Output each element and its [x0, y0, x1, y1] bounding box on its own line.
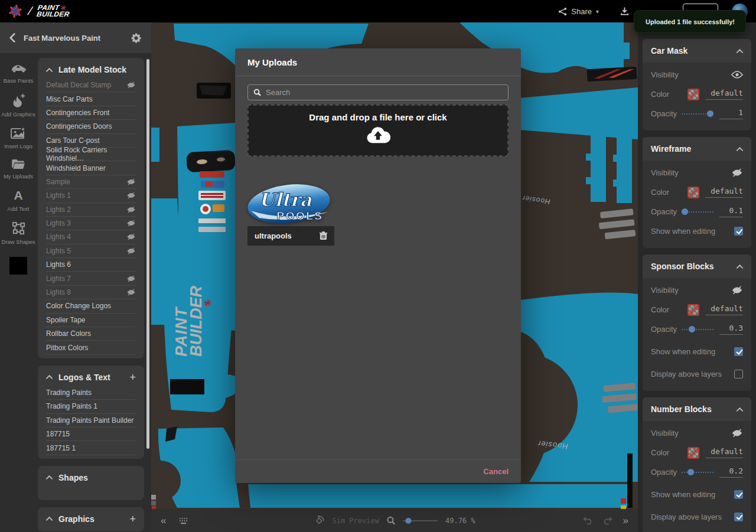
- keyboard-icon[interactable]: [179, 517, 189, 524]
- undo-icon[interactable]: [583, 516, 592, 525]
- delete-upload-button[interactable]: [320, 231, 327, 240]
- graphics-header[interactable]: Graphics +: [46, 514, 136, 528]
- layer-row[interactable]: Trading Paints Paint Builder: [46, 414, 136, 427]
- layer-row[interactable]: Solid Rock Carriers Windshiel…: [46, 148, 136, 161]
- opacity-slider-knob[interactable]: [707, 110, 713, 117]
- number-blocks-header[interactable]: Number Blocks: [643, 397, 751, 421]
- tool-my-uploads[interactable]: My Uploads: [4, 159, 33, 179]
- color-swatch[interactable]: [687, 304, 699, 316]
- opacity-slider[interactable]: [682, 326, 713, 332]
- wireframe-header[interactable]: Wireframe: [643, 137, 751, 161]
- color-value[interactable]: default: [705, 304, 743, 315]
- layer-row[interactable]: 187715: [46, 427, 136, 441]
- cancel-button[interactable]: Cancel: [483, 467, 509, 476]
- layer-row[interactable]: Contingencies Doors: [46, 120, 136, 133]
- logos-text-header[interactable]: Logos & Text +: [46, 373, 136, 386]
- tool-add-graphics[interactable]: Add Graphics: [1, 93, 35, 118]
- visibility-off-icon[interactable]: [126, 81, 136, 89]
- chevron-up-icon[interactable]: [46, 68, 53, 72]
- panel-scrollbar[interactable]: [146, 59, 149, 449]
- visibility-toggle[interactable]: [731, 286, 743, 295]
- chevron-up-icon[interactable]: [737, 147, 743, 151]
- visibility-off-icon[interactable]: [126, 247, 136, 254]
- chevron-up-icon[interactable]: [737, 265, 743, 269]
- visibility-toggle[interactable]: [731, 168, 743, 177]
- layer-row[interactable]: Color Change Logos: [46, 299, 136, 313]
- show-when-editing-checkbox[interactable]: [734, 490, 743, 499]
- opacity-slider[interactable]: [682, 110, 713, 117]
- color-value[interactable]: default: [705, 89, 743, 100]
- back-button[interactable]: [9, 33, 15, 43]
- trading-paints-burst-icon[interactable]: [8, 4, 22, 18]
- layer-row[interactable]: Default Decal Stamp: [46, 79, 136, 92]
- opacity-value[interactable]: 0.2: [719, 466, 743, 478]
- layer-row[interactable]: Rollbar Colors: [46, 327, 136, 341]
- layer-row[interactable]: Lights 5: [46, 244, 136, 258]
- layer-row[interactable]: Lights 6: [46, 258, 136, 272]
- show-when-editing-checkbox[interactable]: [734, 227, 743, 236]
- opacity-value[interactable]: 0.1: [719, 206, 743, 217]
- visibility-off-icon[interactable]: [126, 220, 136, 227]
- tool-base-paints[interactable]: Base Paints: [4, 63, 34, 84]
- layer-row[interactable]: Trading Paints: [46, 386, 136, 400]
- visibility-off-icon[interactable]: [126, 192, 136, 199]
- shapes-header[interactable]: Shapes: [46, 473, 136, 487]
- color-value[interactable]: default: [705, 187, 743, 198]
- zoom-slider-knob[interactable]: [406, 518, 412, 524]
- redo-icon[interactable]: [603, 516, 612, 525]
- file-dropzone[interactable]: Drag and drop a file here or click: [247, 105, 509, 156]
- visibility-off-icon[interactable]: [126, 289, 136, 296]
- visibility-off-icon[interactable]: [126, 206, 136, 213]
- visibility-toggle[interactable]: [731, 429, 743, 438]
- layer-row[interactable]: Windshield Banner: [46, 161, 136, 175]
- chevron-down-icon[interactable]: ▾: [596, 8, 599, 15]
- layer-row[interactable]: 187715 1: [46, 441, 136, 455]
- rotate-view-button[interactable]: [314, 515, 324, 526]
- display-above-layers-checkbox[interactable]: [734, 513, 743, 521]
- layer-row[interactable]: Pitbox Colors: [46, 341, 136, 354]
- canvas-scrollbar[interactable]: [627, 453, 633, 508]
- add-graphic-button[interactable]: +: [129, 515, 136, 523]
- settings-button[interactable]: [131, 32, 142, 44]
- current-color-swatch[interactable]: [9, 257, 27, 275]
- search-input[interactable]: [266, 88, 503, 97]
- color-value[interactable]: default: [705, 447, 743, 458]
- car-mask-header[interactable]: Car Mask: [643, 39, 751, 63]
- opacity-slider[interactable]: [682, 469, 713, 475]
- visibility-off-icon[interactable]: [126, 233, 136, 240]
- search-box[interactable]: [247, 84, 509, 100]
- share-button[interactable]: Share ▾: [558, 7, 599, 16]
- layer-row[interactable]: Trading Paints 1: [46, 400, 136, 413]
- tool-insert-logo[interactable]: Insert Logo: [4, 127, 32, 149]
- sponsor-blocks-header[interactable]: Sponsor Blocks: [643, 254, 751, 278]
- visibility-off-icon[interactable]: [126, 275, 136, 282]
- show-when-editing-checkbox[interactable]: [734, 347, 743, 356]
- opacity-value[interactable]: 0.3: [719, 324, 743, 335]
- chevron-up-icon[interactable]: [737, 49, 743, 53]
- layer-row[interactable]: Sample: [46, 175, 136, 189]
- opacity-slider-knob[interactable]: [689, 326, 695, 332]
- opacity-slider-knob[interactable]: [687, 469, 694, 475]
- layer-row[interactable]: Lights 1: [46, 189, 136, 203]
- visibility-toggle[interactable]: [731, 71, 743, 79]
- collapse-right-panel-button[interactable]: »: [623, 516, 628, 526]
- uploaded-file-thumbnail[interactable]: Ultra POOLS: [247, 182, 334, 226]
- layer-row[interactable]: Contingencies Front: [46, 106, 136, 120]
- opacity-slider[interactable]: [682, 208, 713, 215]
- chevron-up-icon[interactable]: [46, 375, 53, 379]
- chevron-up-icon[interactable]: [46, 475, 53, 479]
- layer-row[interactable]: Lights 2: [46, 203, 136, 217]
- color-swatch[interactable]: [687, 89, 699, 100]
- layer-row[interactable]: Lights 4: [46, 230, 136, 244]
- layer-row[interactable]: Lights 3: [46, 217, 136, 230]
- color-swatch[interactable]: [687, 447, 699, 459]
- layer-row[interactable]: Spoiler Tape: [46, 314, 136, 327]
- visibility-off-icon[interactable]: [126, 178, 136, 185]
- chevron-up-icon[interactable]: [46, 517, 53, 521]
- chevron-up-icon[interactable]: [737, 407, 743, 412]
- download-button[interactable]: [620, 6, 629, 16]
- opacity-value[interactable]: 1: [719, 108, 743, 119]
- tool-add-text[interactable]: A Add Text: [8, 189, 30, 212]
- color-swatch[interactable]: [687, 187, 699, 198]
- add-logo-button[interactable]: +: [129, 373, 136, 381]
